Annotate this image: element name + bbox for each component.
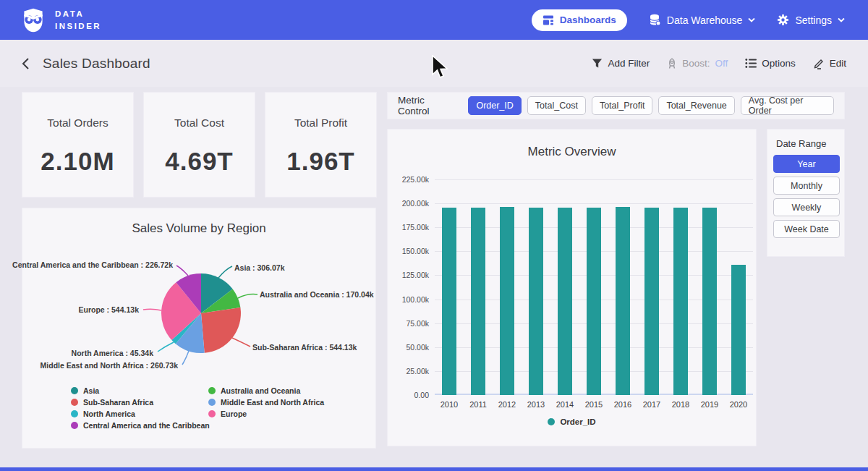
y-tick-label: 175.00k	[402, 223, 429, 232]
metric-overview-card: Metric Overview 225.00k200.00k175.00k150…	[387, 129, 757, 446]
y-tick-label: 100.00k	[402, 295, 429, 304]
bar-chart-y-axis: 225.00k200.00k175.00k150.00k125.00k100.0…	[388, 179, 429, 395]
kpi-value: 1.96T	[286, 147, 355, 176]
chevron-down-icon	[838, 17, 845, 22]
bar-2012[interactable]	[500, 207, 514, 395]
pie-legend-item-sub-saharan-africa: Sub-Saharan Africa	[71, 398, 153, 407]
x-tick-label: 2011	[464, 400, 493, 409]
top-navbar: DATA INSIDER Dashboards Data Warehouse	[0, 0, 868, 40]
date-range-label: Date Range	[776, 138, 838, 149]
pie-label-middle-east-and-north-africa: Middle East and North Africa : 260.73k	[41, 361, 178, 370]
dashboards-label: Dashboards	[560, 14, 616, 25]
database-icon	[649, 14, 661, 26]
y-tick-label: 50.00k	[406, 343, 429, 352]
x-tick-label: 2020	[724, 400, 753, 409]
y-tick-label: 75.00k	[406, 319, 429, 328]
dashboards-button[interactable]: Dashboards	[532, 9, 627, 31]
edit-button[interactable]: Edit	[813, 58, 846, 69]
y-tick-label: 150.00k	[402, 247, 429, 255]
pie-legend-item-north-america: North America	[71, 410, 135, 418]
bar-2017[interactable]	[644, 208, 659, 395]
pie-legend-item-asia: Asia	[71, 386, 99, 395]
boost-toggle[interactable]: Boost: Off	[667, 58, 728, 69]
legend-label: Middle East and North Africa	[221, 398, 324, 407]
metric-chip-group: Order_IDTotal_CostTotal_ProfitTotal_Reve…	[468, 96, 834, 115]
brand-name: DATA INSIDER	[55, 8, 101, 32]
x-tick-label: 2017	[637, 400, 666, 409]
pie-leader-line	[232, 338, 250, 347]
pie-legend-item-australia-and-oceania: Australia and Oceania	[208, 386, 300, 395]
pie-label-asia: Asia : 306.07k	[234, 263, 284, 272]
y-tick-label: 25.00k	[406, 367, 429, 375]
date-range-week-date-button[interactable]: Week Date	[773, 220, 840, 238]
pie-slice-central-america-and-the-caribbean[interactable]	[176, 273, 201, 313]
metric-chip-avg-cost-per-order[interactable]: Avg. Cost per Order	[741, 96, 834, 115]
pie-slice-middle-east-and-north-africa[interactable]	[176, 313, 205, 353]
x-tick-label: 2013	[522, 400, 550, 409]
bar-2016[interactable]	[616, 207, 630, 395]
pie-slice-australia-and-oceania[interactable]	[201, 289, 240, 314]
legend-dot	[71, 399, 78, 406]
kpi-card-total-profit: Total Profit 1.96T	[265, 92, 377, 198]
options-button[interactable]: Options	[745, 58, 796, 69]
page-title: Sales Dashboard	[43, 56, 150, 72]
dashboards-grid-icon	[542, 14, 554, 26]
pie-label-north-america: North America : 45.34k	[72, 349, 153, 357]
legend-label: Sub-Saharan Africa	[83, 398, 153, 407]
x-tick-label: 2019	[695, 400, 724, 409]
legend-dot	[71, 422, 78, 429]
legend-dot	[548, 418, 555, 425]
data-warehouse-label: Data Warehouse	[667, 14, 743, 26]
bar-2013[interactable]	[529, 208, 543, 395]
bar-2014[interactable]	[558, 208, 572, 395]
kpi-label: Total Orders	[47, 116, 108, 130]
pie-legend-item-europe: Europe	[208, 410, 247, 418]
pie-slice-europe[interactable]	[161, 282, 201, 340]
legend-label: Europe	[221, 410, 247, 418]
rocket-icon	[667, 58, 677, 69]
add-filter-button[interactable]: Add Filter	[592, 58, 650, 69]
pie-leader-line	[218, 266, 232, 278]
kpi-label: Total Profit	[294, 116, 347, 130]
bar-2019[interactable]	[702, 208, 717, 395]
bar-2018[interactable]	[673, 208, 688, 395]
metric-chip-total-profit[interactable]: Total_Profit	[592, 96, 653, 115]
legend-dot	[208, 387, 216, 394]
date-range-monthly-button[interactable]: Monthly	[773, 177, 840, 195]
pencil-icon	[813, 58, 825, 69]
bar-chart-legend: Order_ID	[388, 417, 756, 426]
metric-chip-total-revenue[interactable]: Total_Revenue	[658, 96, 734, 115]
boost-state: Off	[715, 58, 728, 69]
pie-leader-line	[158, 342, 174, 352]
bar-2011[interactable]	[471, 208, 485, 395]
date-range-buttons: YearMonthlyWeeklyWeek Date	[773, 155, 838, 238]
chevron-down-icon	[748, 17, 755, 22]
bar-2010[interactable]	[442, 208, 456, 395]
pie-legend-item-central-america-and-the-caribbean: Central America and the Caribbean	[71, 421, 210, 430]
data-warehouse-menu[interactable]: Data Warehouse	[649, 14, 756, 26]
bar-2015[interactable]	[587, 208, 601, 395]
pie-slice-asia[interactable]	[201, 273, 233, 313]
pie-leader-line	[182, 351, 189, 365]
pie-leader-line	[176, 266, 188, 276]
x-tick-label: 2014	[550, 400, 579, 409]
pie-slice-north-america[interactable]	[171, 313, 201, 344]
pie-leader-line	[238, 294, 258, 298]
metric-chip-total-cost[interactable]: Total_Cost	[527, 96, 586, 115]
legend-label: North America	[83, 410, 135, 418]
date-range-weekly-button[interactable]: Weekly	[773, 198, 840, 216]
settings-menu[interactable]: Settings	[777, 14, 845, 26]
x-tick-label: 2012	[493, 400, 522, 409]
pie-slice-sub-saharan-africa[interactable]	[201, 307, 241, 353]
kpi-card-total-cost: Total Cost 4.69T	[143, 92, 255, 198]
metric-chip-order-id[interactable]: Order_ID	[468, 96, 521, 115]
back-button[interactable]	[20, 57, 31, 70]
bar-2020[interactable]	[731, 265, 746, 395]
mouse-cursor	[431, 55, 448, 80]
pie-legend-item-middle-east-and-north-africa: Middle East and North Africa	[208, 398, 324, 407]
y-tick-label: 125.00k	[402, 271, 429, 279]
date-range-year-button[interactable]: Year	[773, 155, 840, 173]
legend-dot	[208, 399, 216, 406]
bar-chart-plot[interactable]	[435, 179, 753, 395]
footer-strip	[0, 467, 868, 471]
